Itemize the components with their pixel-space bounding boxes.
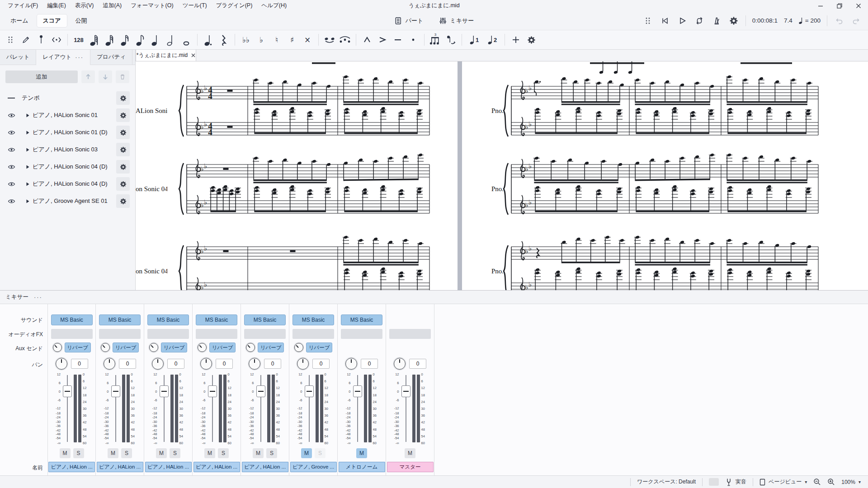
duration-8-button[interactable] [133, 33, 147, 47]
add-button-toolbar[interactable] [509, 33, 523, 47]
sound-button[interactable]: MS Basic [99, 314, 141, 325]
aux-send-knob[interactable] [101, 343, 110, 352]
visibility-eye-icon[interactable] [5, 198, 17, 204]
fader-handle[interactable] [63, 385, 72, 397]
aux-send-knob[interactable] [294, 343, 303, 352]
pan-knob[interactable] [345, 358, 357, 370]
audio-fx-slot[interactable] [99, 329, 141, 339]
duration-half-button[interactable] [164, 33, 178, 47]
solo-button[interactable]: S [266, 448, 277, 458]
item-settings-button[interactable] [116, 126, 130, 139]
fader-handle[interactable] [305, 385, 314, 397]
layout-item-instrument[interactable]: ピアノ, HALion Sonic 01 [0, 107, 135, 124]
aux-send-knob[interactable] [149, 343, 158, 352]
item-settings-button[interactable] [116, 108, 130, 122]
audio-fx-slot[interactable] [341, 329, 382, 339]
pan-value[interactable]: 0 [119, 359, 136, 369]
volume-fader[interactable] [401, 374, 411, 443]
menu-format[interactable]: フォーマット(O) [127, 0, 178, 11]
tab-layout[interactable]: レイアウト ··· [36, 50, 90, 65]
pan-value[interactable]: 0 [361, 359, 378, 369]
reverb-button[interactable]: リバーブ [161, 343, 187, 352]
move-up-button[interactable] [81, 70, 95, 83]
rewind-button[interactable] [660, 15, 670, 26]
tab-palette[interactable]: パレット [0, 50, 36, 65]
menu-tools[interactable]: ツール(T) [179, 0, 211, 11]
item-settings-button[interactable] [116, 160, 130, 174]
play-button[interactable] [677, 15, 688, 26]
playback-drag-handle[interactable] [642, 15, 653, 26]
expand-caret-icon[interactable] [23, 199, 33, 203]
item-settings-button[interactable] [116, 194, 130, 208]
restore-button[interactable] [830, 0, 849, 11]
close-button[interactable] [849, 0, 868, 11]
solo-button[interactable]: S [121, 448, 132, 458]
parts-button[interactable]: パート [394, 17, 424, 25]
audio-fx-slot[interactable] [292, 329, 334, 339]
sharp-button[interactable]: ♯ [285, 33, 299, 47]
fader-handle[interactable] [111, 385, 120, 397]
tab-publish[interactable]: 公開 [70, 14, 93, 27]
tenuto-button[interactable] [391, 33, 405, 47]
mute-button[interactable]: M [356, 448, 367, 458]
expand-caret-icon[interactable] [23, 131, 33, 135]
visibility-eye-icon[interactable] [5, 147, 17, 153]
expand-caret-icon[interactable] [23, 113, 33, 117]
tie-button[interactable] [323, 33, 336, 47]
menu-edit[interactable]: 編集(E) [43, 0, 70, 11]
duration-quarter-button[interactable] [149, 33, 162, 47]
augmentation-dot-button[interactable] [202, 33, 215, 47]
natural-button[interactable]: ♮ [270, 33, 283, 47]
playback-time[interactable]: 0:00:08:1 [752, 17, 778, 24]
rest-button[interactable] [217, 33, 231, 47]
document-tab[interactable]: *うぇぶまにまに.mid [136, 50, 196, 61]
duration-16-button[interactable] [118, 33, 132, 47]
pan-knob[interactable] [56, 358, 67, 370]
pan-knob[interactable] [394, 358, 406, 370]
pan-value[interactable]: 0 [409, 359, 426, 369]
menu-file[interactable]: ファイル(F) [4, 0, 42, 11]
channel-name[interactable]: ピアノ, HALion ... [242, 462, 288, 472]
sound-button[interactable]: MS Basic [244, 314, 286, 325]
delete-button[interactable] [116, 70, 129, 83]
mute-button[interactable]: M [108, 448, 118, 458]
duration-64-button[interactable] [87, 33, 101, 47]
layout-item-instrument[interactable]: ピアノ, HALion Sonic 01 (D) [0, 124, 135, 141]
solo-button[interactable]: S [315, 448, 326, 458]
channel-name[interactable]: ピアノ, HALion ... [145, 462, 192, 472]
visibility-eye-icon[interactable] [5, 130, 17, 136]
tab-properties[interactable]: プロパティ [90, 50, 132, 65]
volume-fader[interactable] [304, 374, 315, 443]
audio-fx-slot[interactable] [147, 329, 189, 339]
solo-button[interactable]: S [170, 448, 180, 458]
toolbar-drag-handle[interactable] [4, 33, 17, 47]
mute-button[interactable]: M [204, 448, 215, 458]
tab-score[interactable]: スコア [37, 14, 67, 27]
pan-knob[interactable] [104, 358, 115, 370]
reverb-button[interactable]: リバーブ [209, 343, 236, 352]
channel-name[interactable]: マスター [387, 462, 434, 472]
expand-caret-icon[interactable] [23, 148, 33, 152]
visibility-eye-icon[interactable] [5, 181, 17, 187]
reverb-button[interactable]: リバーブ [306, 343, 332, 352]
duration-128-button[interactable]: 128 [72, 33, 85, 47]
mute-button[interactable]: M [253, 448, 264, 458]
add-button[interactable]: 追加 [5, 70, 78, 83]
aux-send-knob[interactable] [246, 343, 255, 352]
audio-fx-slot[interactable] [196, 329, 237, 339]
pan-knob[interactable] [152, 358, 164, 370]
voice-1-button[interactable]: 1 [466, 33, 482, 47]
redo-button[interactable] [851, 15, 862, 26]
flat-button[interactable]: ♭ [255, 33, 268, 47]
fader-handle[interactable] [256, 385, 265, 397]
menu-view[interactable]: 表示(V) [71, 0, 98, 11]
audio-fx-slot[interactable] [244, 329, 286, 339]
marcato-button[interactable] [360, 33, 374, 47]
channel-name[interactable]: ピアノ, HALion ... [48, 462, 95, 472]
fader-handle[interactable] [208, 385, 217, 397]
mute-button[interactable]: M [156, 448, 167, 458]
toolbar-settings-button[interactable] [524, 33, 538, 47]
flip-direction-button[interactable] [444, 33, 458, 47]
workspace-selector[interactable]: ワークスペース: Default [637, 478, 696, 486]
expand-caret-icon[interactable] [23, 165, 33, 169]
